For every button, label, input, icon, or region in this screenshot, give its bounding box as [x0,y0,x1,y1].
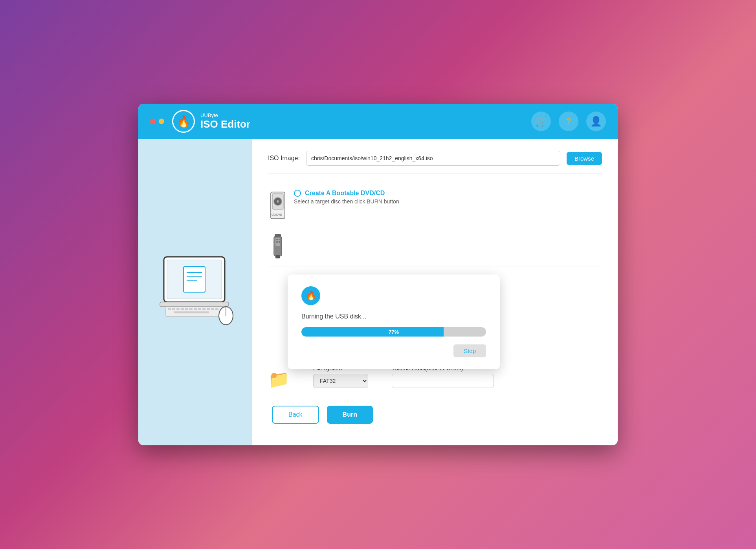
sidebar [138,139,252,445]
iso-label: ISO Image: [268,155,300,162]
laptop-illustration [152,253,239,331]
flame-icon-popup: 🔥 [306,291,316,301]
logo-circle: 🔥 [172,110,195,133]
burn-button[interactable]: Burn [327,406,373,424]
progress-bar-fill [301,327,444,337]
usb-option-row: 🔥 Burning the USB disk... 77% Stop [268,227,602,267]
svg-rect-2 [183,267,205,292]
svg-rect-9 [172,308,175,310]
fs-select[interactable]: FAT32 NTFS exFAT [313,374,368,388]
dvd-option-row: CD/DVD Create A Bootable DVD/CD Select a… [268,183,602,227]
progress-label: 77% [389,329,399,335]
svg-rect-11 [181,308,184,310]
svg-rect-19 [215,308,218,310]
svg-rect-17 [207,308,210,310]
bottom-buttons: Back Burn [272,396,602,424]
user-icon: 👤 [590,116,602,127]
right-content: ISO Image: Browse CD/DVD [252,139,618,445]
svg-rect-32 [279,239,280,240]
svg-rect-13 [189,308,193,310]
dvd-radio[interactable] [294,190,301,197]
window-buttons [150,119,164,124]
iso-row: ISO Image: Browse [268,151,602,174]
dvd-title-row: Create A Bootable DVD/CD [294,190,602,197]
dvd-option-title: Create A Bootable DVD/CD [305,190,385,197]
dvd-option-content: Create A Bootable DVD/CD Select a target… [294,190,602,205]
svg-rect-15 [198,308,201,310]
burning-popup: 🔥 Burning the USB disk... 77% Stop [288,274,500,369]
burning-status-text: Burning the USB disk... [301,313,486,320]
minimize-button[interactable] [159,119,164,124]
back-button[interactable]: Back [272,406,319,424]
svg-rect-34 [279,241,280,243]
svg-rect-33 [276,241,278,243]
svg-rect-14 [194,308,197,310]
svg-rect-12 [185,308,188,310]
svg-rect-10 [176,308,180,310]
user-button[interactable]: 👤 [586,112,606,131]
dvd-icon-area: CD/DVD [268,190,288,221]
stop-button[interactable]: Stop [453,344,486,357]
flame-icon: 🔥 [177,115,191,128]
browse-button[interactable]: Browse [567,152,602,165]
svg-rect-18 [211,308,214,310]
iso-path-input[interactable] [306,151,560,166]
help-button[interactable]: ? [559,112,578,131]
logo-area: 🔥 UUByte ISO Editor [172,110,250,133]
main-content: ISO Image: Browse CD/DVD [138,139,618,445]
app-title-area: UUByte ISO Editor [200,112,250,130]
app-title: ISO Editor [200,118,250,130]
svg-rect-28 [275,234,281,236]
app-window: 🔥 UUByte ISO Editor 🛒 ? 👤 [138,104,618,445]
progress-bar-container: 77% [301,327,486,337]
svg-rect-35 [275,255,280,258]
volume-label-input[interactable] [392,374,494,388]
svg-rect-16 [202,308,206,310]
usb-icon-area [268,231,288,263]
svg-point-26 [277,200,279,203]
app-subtitle: UUByte [200,112,250,118]
svg-rect-6 [160,302,229,307]
folder-icon: 📁 [268,371,290,388]
cart-button[interactable]: 🛒 [531,112,551,131]
help-icon: ? [566,116,571,126]
cart-icon: 🛒 [535,116,547,127]
svg-text:CD/DVD: CD/DVD [272,213,282,216]
svg-rect-20 [174,311,209,313]
titlebar-icons: 🛒 ? 👤 [531,112,606,131]
dvd-option-desc: Select a target disc then click BURN but… [294,198,602,205]
svg-rect-8 [168,308,171,310]
titlebar: 🔥 UUByte ISO Editor 🛒 ? 👤 [138,104,618,139]
close-button[interactable] [150,119,156,124]
popup-flame-icon: 🔥 [301,286,320,305]
svg-rect-31 [276,239,278,240]
